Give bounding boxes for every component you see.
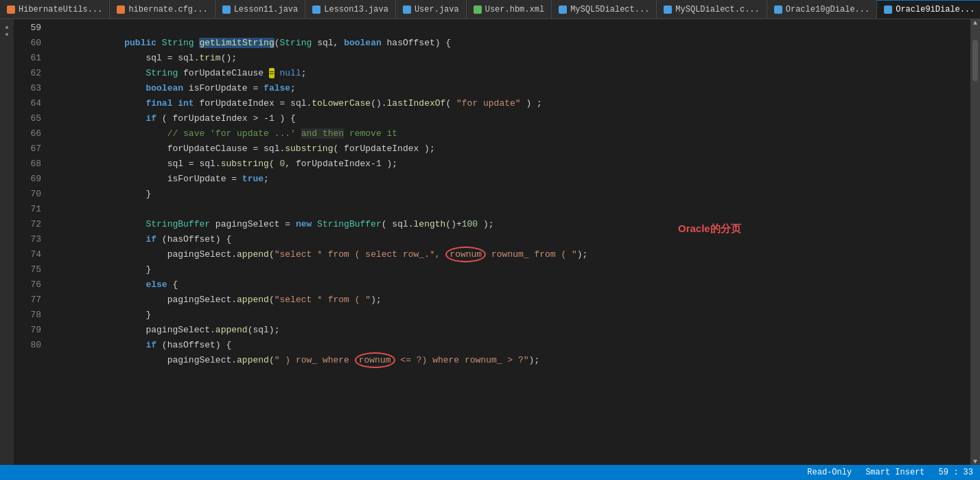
code-line-61: String forUpdateClause = null; — [49, 51, 970, 66]
code-line-66: forUpdateClause = sql.substring( forUpda… — [49, 126, 970, 141]
tab-user-java[interactable]: User.java — [396, 0, 467, 19]
tab-icon-user-hbm — [474, 5, 482, 14]
code-editor[interactable]: 59 60 61 62 63 64 65 66 67 68 69 70 71 7… — [14, 19, 970, 465]
code-line-60: sql = sql.trim(); — [49, 36, 970, 51]
tab-hibernate-cfg[interactable]: hibernate.cfg... — [110, 0, 215, 19]
tab-lesson13[interactable]: Lesson13.java — [305, 0, 396, 19]
left-gutter — [0, 19, 14, 465]
readonly-status: Read-Only — [807, 468, 852, 477]
cursor-position: 59 : 33 — [939, 468, 973, 477]
editor-area: 59 60 61 62 63 64 65 66 67 68 69 70 71 7… — [0, 19, 980, 465]
scroll-down-arrow[interactable]: ▼ — [972, 458, 979, 465]
gutter-marker — [5, 33, 8, 36]
tab-mysql5dialect[interactable]: MySQL5Dialect... — [552, 0, 657, 19]
code-line-75: else { — [49, 262, 970, 277]
tab-icon-oracle9i — [884, 5, 892, 14]
line-numbers: 59 60 61 62 63 64 65 66 67 68 69 70 71 7… — [14, 19, 47, 465]
tab-lesson11[interactable]: Lesson11.java — [215, 0, 306, 19]
code-line-73: pagingSelect.append("select * from ( sel… — [49, 232, 970, 247]
tab-oracle10g[interactable]: Oracle10gDiale... — [767, 0, 877, 19]
code-line-65: // save 'for update ...' and then remove… — [49, 111, 970, 126]
code-content: public String getLimitString(String sql,… — [47, 19, 970, 465]
tab-icon-hibernate-utils — [7, 5, 15, 14]
code-line-59: public String getLimitString(String sql,… — [49, 21, 970, 36]
code-line-72: if (hasOffset) { — [49, 217, 970, 232]
code-line-68: isForUpdate = true; — [49, 157, 970, 172]
scrollbar-thumb-v[interactable] — [972, 40, 978, 81]
tab-icon-user-java — [403, 5, 411, 14]
code-line-78: pagingSelect.append(sql); — [49, 308, 970, 323]
tab-icon-lesson11 — [222, 5, 231, 14]
code-line-76: pagingSelect.append("select * from ( "); — [49, 277, 970, 293]
code-line-71: StringBuffer pagingSelect = new StringBu… — [49, 202, 970, 217]
tab-hibernate-utils[interactable]: HibernateUtils... — [0, 0, 110, 19]
tab-icon-mysqldialectc — [664, 5, 672, 14]
code-line-74: } — [49, 247, 970, 262]
insert-mode-status: Smart Insert — [865, 468, 924, 477]
code-line-69: } — [49, 172, 970, 187]
code-line-63: final int forUpdateIndex = sql.toLowerCa… — [49, 81, 970, 96]
scroll-up-arrow[interactable]: ▲ — [972, 19, 979, 26]
code-line-70 — [49, 187, 970, 202]
tab-mysqldialectc[interactable]: MySQLDialect.c... — [657, 0, 767, 19]
tab-icon-hibernate-cfg — [117, 5, 125, 14]
vertical-scrollbar[interactable]: ▲ ▼ — [970, 19, 980, 465]
code-line-77: } — [49, 293, 970, 308]
tab-icon-lesson13 — [312, 5, 320, 14]
tab-user-hbm[interactable]: User.hbm.xml — [467, 0, 552, 19]
code-line-64: if ( forUpdateIndex > -1 ) { — [49, 96, 970, 111]
tab-bar: HibernateUtils... hibernate.cfg... Lesso… — [0, 0, 980, 19]
code-line-67: sql = sql.substring( 0, forUpdateIndex-1… — [49, 141, 970, 157]
code-line-80: pagingSelect.append(" ) row_ where rownu… — [49, 338, 970, 353]
code-line-62: boolean isForUpdate = false; — [49, 66, 970, 81]
tab-oracle9i[interactable]: Oracle9iDiale... — [877, 0, 980, 19]
status-bar: Read-Only Smart Insert 59 : 33 — [0, 465, 980, 480]
tab-icon-mysql5dialect — [559, 5, 567, 14]
tab-icon-oracle10g — [774, 5, 782, 14]
code-line-79: if (hasOffset) { — [49, 323, 970, 338]
gutter-marker — [5, 26, 8, 29]
